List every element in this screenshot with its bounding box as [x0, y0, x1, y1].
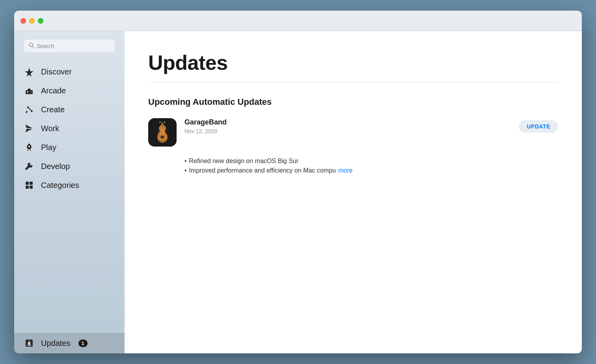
- content-area: Updates Upcoming Automatic Updates: [125, 31, 582, 353]
- svg-rect-14: [30, 186, 33, 189]
- sidebar-item-categories[interactable]: Categories: [14, 176, 125, 195]
- sidebar-item-work[interactable]: Work: [14, 119, 125, 138]
- sidebar-item-create[interactable]: Create: [14, 100, 125, 119]
- update-notes: • Refined new design on macOS Big Sur • …: [184, 158, 558, 174]
- download-icon: [24, 338, 35, 349]
- sidebar-item-label-arcade: Arcade: [41, 86, 66, 95]
- grid-icon: [24, 180, 35, 191]
- svg-rect-13: [26, 186, 29, 189]
- nav-items: Discover: [14, 62, 125, 353]
- update-note-2: • Improved performance and efficiency on…: [184, 167, 558, 174]
- close-button[interactable]: [20, 18, 26, 24]
- sidebar-item-play[interactable]: Play: [14, 138, 125, 157]
- sidebar-item-label-work: Work: [41, 124, 59, 133]
- sidebar-item-label-play: Play: [41, 143, 56, 152]
- sidebar-item-label-discover: Discover: [41, 67, 72, 76]
- svg-point-4: [28, 88, 30, 90]
- svg-point-8: [31, 92, 32, 93]
- page-title: Updates: [148, 51, 558, 74]
- app-update-header: GarageBand Nov 12, 2020 UPDATE: [184, 118, 558, 134]
- wrench-icon: [24, 161, 35, 172]
- arcade-icon: [24, 85, 35, 96]
- svg-point-10: [28, 146, 30, 147]
- maximize-button[interactable]: [38, 18, 43, 24]
- update-button[interactable]: UPDATE: [519, 120, 558, 133]
- section-title: Upcoming Automatic Updates: [148, 97, 558, 107]
- main-content: Search Discover: [14, 31, 582, 353]
- minimize-button[interactable]: [29, 18, 35, 24]
- title-bar: [14, 11, 582, 31]
- updates-badge: 1: [78, 340, 88, 347]
- svg-point-28: [164, 121, 166, 123]
- app-window: Search Discover: [14, 11, 582, 353]
- sidebar-item-updates[interactable]: Updates 1: [14, 333, 125, 353]
- hammer-icon: [24, 104, 35, 115]
- svg-rect-11: [26, 182, 29, 185]
- rocket-icon: [24, 142, 35, 153]
- sidebar-item-develop[interactable]: Develop: [14, 157, 125, 176]
- svg-point-7: [30, 91, 31, 92]
- sidebar-item-discover[interactable]: Discover: [14, 62, 125, 81]
- sidebar-item-label-develop: Develop: [41, 162, 70, 171]
- sidebar-item-arcade[interactable]: Arcade: [14, 81, 125, 100]
- search-box[interactable]: Search: [24, 39, 115, 53]
- update-note-1: • Refined new design on macOS Big Sur: [184, 158, 558, 165]
- star-icon: [24, 66, 35, 77]
- search-icon: [29, 43, 34, 49]
- svg-rect-29: [159, 141, 166, 142]
- search-container: Search: [14, 39, 125, 62]
- svg-point-27: [159, 121, 161, 123]
- sidebar: Search Discover: [14, 31, 125, 353]
- svg-rect-22: [162, 122, 163, 129]
- sidebar-item-label-create: Create: [41, 105, 65, 114]
- app-details: GarageBand Nov 12, 2020 UPDATE: [184, 118, 558, 134]
- content-inner: Updates Upcoming Automatic Updates: [125, 31, 582, 192]
- garageband-icon: [148, 118, 177, 147]
- paperplane-icon: [24, 123, 35, 134]
- sidebar-item-label-categories: Categories: [41, 181, 79, 190]
- app-update-row: GarageBand Nov 12, 2020 UPDATE: [148, 118, 558, 147]
- divider: [148, 82, 558, 83]
- traffic-lights: [20, 18, 43, 24]
- app-name: GarageBand: [184, 118, 511, 126]
- search-placeholder: Search: [37, 43, 54, 49]
- svg-rect-12: [30, 182, 33, 185]
- more-link[interactable]: more: [338, 167, 352, 174]
- app-meta: GarageBand Nov 12, 2020: [184, 118, 511, 134]
- app-date: Nov 12, 2020: [184, 128, 511, 134]
- sidebar-item-label-updates: Updates: [41, 339, 71, 348]
- svg-line-1: [32, 46, 34, 48]
